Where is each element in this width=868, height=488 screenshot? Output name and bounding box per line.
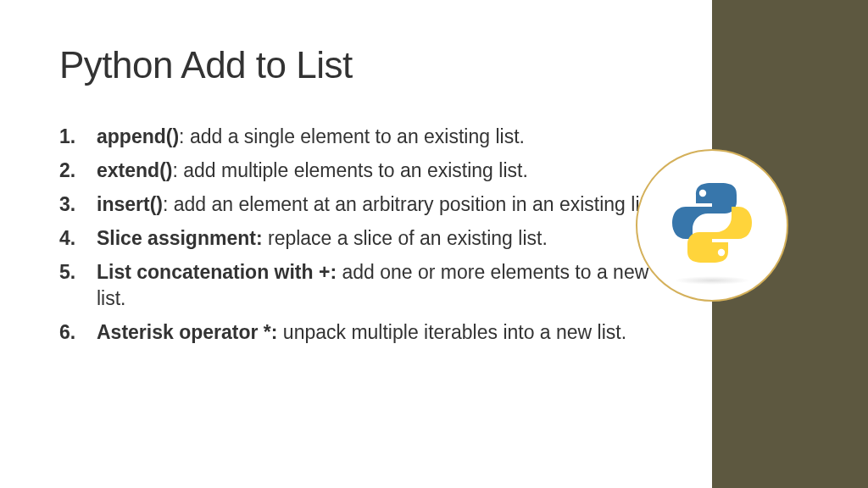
method-term: Asterisk operator *:	[97, 321, 277, 343]
method-desc: add a single element to an existing list…	[190, 125, 525, 147]
method-desc: add multiple elements to an existing lis…	[183, 159, 528, 181]
logo-shadow	[674, 276, 750, 285]
term-separator: :	[179, 125, 190, 147]
method-term: insert()	[97, 193, 163, 215]
method-term: List concatenation with +:	[97, 261, 337, 283]
slide-title: Python Add to List	[59, 44, 661, 86]
method-desc: add an element at an arbitrary position …	[174, 193, 660, 215]
svg-point-1	[718, 249, 725, 256]
list-item: extend(): add multiple elements to an ex…	[59, 158, 661, 184]
svg-point-0	[699, 190, 706, 197]
logo-badge	[636, 149, 788, 302]
list-item: insert(): add an element at an arbitrary…	[59, 191, 661, 218]
term-separator: :	[163, 193, 174, 215]
methods-list: append(): add a single element to an exi…	[59, 124, 661, 346]
method-term: extend()	[97, 159, 172, 181]
method-term: Slice assignment:	[97, 227, 263, 249]
list-item: Slice assignment: replace a slice of an …	[59, 225, 661, 252]
python-logo-icon	[665, 176, 759, 269]
method-desc: replace a slice of an existing list.	[268, 227, 548, 249]
method-term: append()	[97, 125, 179, 147]
list-item: Asterisk operator *: unpack multiple ite…	[59, 319, 661, 346]
list-item: append(): add a single element to an exi…	[59, 124, 661, 150]
term-separator: :	[172, 159, 183, 181]
list-item: List concatenation with +: add one or mo…	[59, 259, 661, 312]
slide-content: Python Add to List append(): add a singl…	[0, 0, 712, 488]
method-desc: unpack multiple iterables into a new lis…	[283, 321, 626, 343]
